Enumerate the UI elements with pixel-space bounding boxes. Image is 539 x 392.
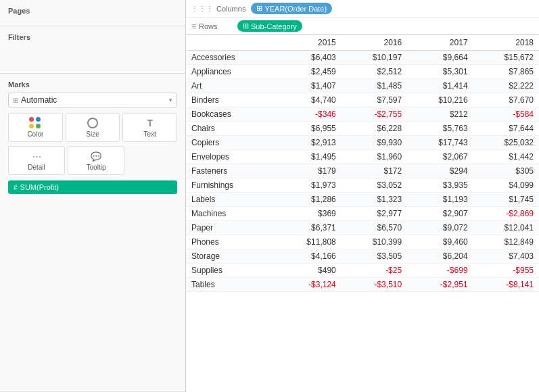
- cell-value: $17,743: [407, 136, 473, 150]
- cell-value: $1,973: [275, 178, 341, 193]
- cell-value: $1,407: [275, 79, 341, 93]
- cell-value: $15,672: [473, 51, 539, 65]
- rows-pill[interactable]: ⊞ Sub-Category: [237, 20, 302, 32]
- cell-value: $6,955: [275, 122, 341, 136]
- cell-value: $10,197: [342, 51, 407, 65]
- sum-profit-label: SUM(Profit): [20, 183, 59, 191]
- header-subcategory: [186, 35, 275, 51]
- cell-value: $4,166: [275, 249, 341, 264]
- rows-label: ≡ Rows: [191, 22, 232, 31]
- right-panel: ⋮⋮⋮ Columns ⊞ YEAR(Order Date) ≡ Rows ⊞ …: [186, 0, 539, 392]
- table-body: Accessories$6,403$10,197$9,664$15,672App…: [186, 51, 539, 292]
- cell-value: $3,935: [407, 178, 473, 193]
- marks-dropdown-arrow: ▾: [169, 97, 172, 103]
- table-row: Accessories$6,403$10,197$9,664$15,672: [186, 51, 539, 65]
- tooltip-icon: 💬: [91, 150, 101, 162]
- cell-value: $1,442: [473, 150, 539, 164]
- data-table: 2015 2016 2017 2018 Accessories$6,403$10…: [186, 35, 539, 292]
- cell-value: $2,977: [342, 207, 407, 221]
- pages-title: Pages: [8, 7, 177, 15]
- cell-value: $1,960: [342, 150, 407, 164]
- dot1: [29, 117, 34, 122]
- cell-value: $11,808: [275, 235, 341, 249]
- spacer: [127, 146, 177, 175]
- text-icon: T: [147, 117, 153, 129]
- cell-value: $2,512: [342, 65, 407, 79]
- table-row: Envelopes$1,495$1,960$2,067$1,442: [186, 150, 539, 164]
- marks-title: Marks: [8, 80, 177, 89]
- detail-button[interactable]: ⋯ Detail: [8, 146, 65, 175]
- cell-value: -$3,124: [275, 278, 341, 292]
- rows-label-text: Rows: [199, 22, 218, 30]
- dot3: [29, 124, 34, 128]
- cell-value: $6,228: [342, 122, 407, 136]
- cell-label: Accessories: [186, 51, 275, 65]
- rows-label-icon: ≡: [191, 22, 196, 31]
- cell-value: $5,763: [407, 122, 473, 136]
- cell-value: $10,216: [407, 93, 473, 107]
- cell-value: $1,495: [275, 150, 341, 164]
- cell-value: $6,403: [275, 51, 341, 65]
- pages-section: Pages: [0, 0, 185, 26]
- header-area: ⋮⋮⋮ Columns ⊞ YEAR(Order Date) ≡ Rows ⊞ …: [186, 0, 539, 35]
- color-icon: [29, 117, 41, 129]
- cell-value: $369: [275, 207, 341, 221]
- rows-pill-icon: ⊞: [243, 22, 249, 30]
- cell-value: $2,222: [473, 79, 539, 93]
- detail-icon: ⋯: [32, 150, 41, 162]
- marks-dropdown[interactable]: ⊞ Automatic ▾: [8, 93, 177, 107]
- table-row: Phones$11,808$10,399$9,460$12,849: [186, 235, 539, 249]
- cell-label: Binders: [186, 93, 275, 107]
- header-2018: 2018: [473, 35, 539, 51]
- columns-label-icon: ⋮⋮⋮: [191, 5, 214, 12]
- text-label: Text: [144, 130, 156, 138]
- size-button[interactable]: Size: [66, 113, 120, 142]
- cell-value: $25,032: [473, 136, 539, 150]
- rows-pill-label: Sub-Category: [251, 22, 297, 30]
- marks-section: Marks ⊞ Automatic ▾ Color Size: [0, 74, 185, 392]
- marks-dropdown-label: Automatic: [21, 95, 169, 105]
- cell-value: $6,204: [407, 249, 473, 264]
- cell-label: Phones: [186, 235, 275, 249]
- cell-value: -$699: [407, 264, 473, 278]
- detail-label: Detail: [28, 164, 45, 171]
- cell-value: $7,865: [473, 65, 539, 79]
- cell-label: Art: [186, 79, 275, 93]
- cell-value: $490: [275, 264, 341, 278]
- cell-value: $1,485: [342, 79, 407, 93]
- color-button[interactable]: Color: [8, 113, 63, 142]
- header-2017: 2017: [407, 35, 473, 51]
- tooltip-label: Tooltip: [87, 164, 106, 171]
- cell-value: -$2,951: [407, 278, 473, 292]
- cell-label: Copiers: [186, 136, 275, 150]
- cell-label: Furnishings: [186, 178, 275, 193]
- tooltip-button[interactable]: 💬 Tooltip: [68, 146, 124, 175]
- cell-value: $7,403: [473, 249, 539, 264]
- cell-value: -$3,510: [342, 278, 407, 292]
- rows-row: ≡ Rows ⊞ Sub-Category: [186, 18, 539, 34]
- cell-value: -$955: [473, 264, 539, 278]
- cell-value: $10,399: [342, 235, 407, 249]
- cell-value: $9,072: [407, 221, 473, 235]
- cell-value: $212: [407, 107, 473, 122]
- table-row: Storage$4,166$3,505$6,204$7,403: [186, 249, 539, 264]
- size-icon: [87, 117, 98, 129]
- cell-value: -$8,141: [473, 278, 539, 292]
- cell-label: Chairs: [186, 122, 275, 136]
- cell-value: $1,323: [342, 193, 407, 207]
- table-row: Furnishings$1,973$3,052$3,935$4,099: [186, 178, 539, 193]
- sum-profit-pill[interactable]: # SUM(Profit): [8, 180, 177, 194]
- cell-value: $2,907: [407, 207, 473, 221]
- table-header: 2015 2016 2017 2018: [186, 35, 539, 51]
- cell-value: $5,301: [407, 65, 473, 79]
- text-button[interactable]: T Text: [122, 113, 177, 142]
- cell-value: $6,371: [275, 221, 341, 235]
- cell-label: Bookcases: [186, 107, 275, 122]
- cell-value: $9,930: [342, 136, 407, 150]
- columns-pill[interactable]: ⊞ YEAR(Order Date): [251, 3, 332, 14]
- cell-value: $172: [342, 164, 407, 178]
- cell-value: -$346: [275, 107, 341, 122]
- cell-label: Storage: [186, 249, 275, 264]
- color-label: Color: [27, 130, 43, 138]
- columns-label: ⋮⋮⋮ Columns: [191, 5, 245, 13]
